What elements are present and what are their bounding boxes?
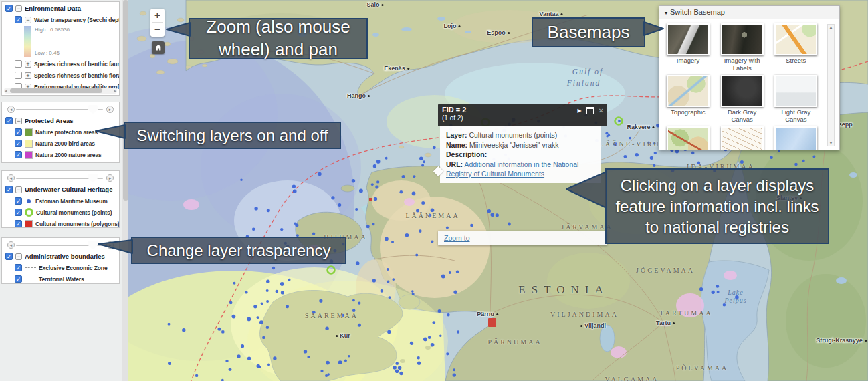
basemap-thumbnail[interactable]: [774, 75, 817, 107]
slider-left-arrow-icon[interactable]: ◂: [7, 241, 15, 249]
slider-left-arrow-icon[interactable]: ◂: [7, 106, 15, 113]
zoom-out-button[interactable]: −: [150, 23, 165, 36]
scrollbar-thumb[interactable]: [10, 88, 102, 93]
expander-icon[interactable]: −: [15, 253, 22, 260]
layer-checkbox[interactable]: ✓: [15, 140, 22, 147]
sidebar-scrollbar[interactable]: [122, 0, 128, 381]
expander-icon[interactable]: +: [25, 61, 31, 68]
basemap-item-imagery-with-labels[interactable]: Imagery with Labels: [720, 23, 764, 72]
panel-title: Enironmental Data: [25, 5, 81, 12]
layer-checkbox[interactable]: [15, 60, 22, 68]
home-button[interactable]: [152, 41, 165, 54]
layer-row: ✓Cultural monuments (polygons): [15, 219, 119, 228]
basemap-thumbnail[interactable]: [774, 23, 817, 55]
slider-left-arrow-icon[interactable]: ◂: [7, 174, 15, 182]
panel-title-row: ✓−Protected Areas: [5, 116, 119, 126]
basemap-item-light-gray-canvas[interactable]: Light Gray Canvas: [774, 75, 818, 123]
layer-panel: ◂▸✓−Underwater Cultural Heritage✓Estonia…: [1, 170, 120, 228]
basemap-gallery-title: Switch Basemap: [670, 8, 725, 16]
slider-thumb[interactable]: [88, 105, 98, 114]
scroll-right-icon[interactable]: ▸: [114, 88, 116, 94]
popup-field: Layer: Cultural monuments (points): [446, 130, 594, 140]
scroll-down-icon[interactable]: ▼: [828, 141, 834, 145]
layer-row: ✓Territorial Waters: [15, 274, 119, 284]
basemap-item-dark-gray-canvas[interactable]: Dark Gray Canvas: [720, 75, 764, 123]
layer-label: Cultural monuments (points): [36, 209, 112, 216]
close-icon[interactable]: ✕: [599, 108, 604, 114]
callout-switch-layers: Switching layers on and off: [124, 122, 341, 149]
expander-icon[interactable]: −: [15, 186, 22, 193]
slider-thumb[interactable]: [88, 174, 98, 182]
popup-footer: Zoom to: [438, 231, 607, 245]
expander-icon[interactable]: −: [15, 5, 22, 12]
layer-row: +Species richness of benthic fauna: [15, 59, 119, 69]
layer-checkbox[interactable]: ✓: [15, 264, 22, 271]
panel-title-row: ✓−Administrative boundaries: [5, 251, 119, 261]
callout-basemaps: Basemaps: [532, 17, 645, 47]
slider-right-arrow-icon[interactable]: ▸: [106, 174, 114, 182]
panel-title: Administrative boundaries: [25, 253, 105, 260]
expander-icon[interactable]: −: [15, 118, 22, 124]
layer-checkbox[interactable]: ✓: [15, 197, 22, 205]
basemap-thumbnail[interactable]: [721, 23, 764, 55]
scroll-up-icon[interactable]: ▲: [828, 25, 834, 29]
layer-checkbox[interactable]: ✓: [15, 151, 22, 158]
basemap-thumbnail[interactable]: [721, 75, 764, 107]
expander-icon[interactable]: +: [25, 72, 31, 79]
registry-link[interactable]: Additional information in the National R…: [446, 160, 578, 178]
popup-pager: (1 of 2): [442, 114, 603, 122]
basemap-gallery-header[interactable]: ▾Switch Basemap: [659, 6, 839, 19]
popup-field: Name: Miiniveeskja "Jenissei" vrakk: [446, 140, 594, 150]
zoom-to-link[interactable]: Zoom to: [444, 234, 470, 242]
transparency-slider[interactable]: ◂▸: [7, 173, 114, 183]
layer-checkbox[interactable]: ✓: [5, 5, 13, 12]
basemap-thumbnail[interactable]: [667, 23, 710, 55]
layer-row: ✓Estonian Maritime Museum: [15, 196, 119, 206]
layer-checkbox[interactable]: ✓: [15, 16, 22, 23]
maximize-icon[interactable]: [586, 107, 594, 114]
basemap-label: Topographic: [666, 109, 710, 116]
layer-row: ✓Natura 2000 nature areas: [15, 150, 119, 160]
layer-checkbox[interactable]: ✓: [15, 128, 22, 136]
basemap-item-imagery[interactable]: Imagery: [666, 23, 710, 72]
legend-high-value: High : 6.58536: [35, 27, 70, 33]
layer-panel: ✓−Enironmental Data✓−Water transparency …: [1, 1, 120, 96]
gallery-scrollbar[interactable]: ▲ ▼: [827, 24, 835, 146]
basemap-item-topographic[interactable]: Topographic: [666, 75, 710, 123]
next-feature-icon[interactable]: ▶: [577, 108, 581, 114]
transparency-slider[interactable]: ◂▸: [7, 240, 114, 250]
basemap-item[interactable]: [666, 126, 710, 150]
slider-thumb[interactable]: [88, 241, 98, 249]
scroll-left-icon[interactable]: ◂: [5, 88, 7, 94]
layer-checkbox[interactable]: ✓: [5, 186, 13, 193]
layer-row: ✓Natura 2000 bird areas: [15, 138, 119, 148]
layer-panel: ◂▸✓−Administrative boundaries✓Exclusive …: [1, 237, 120, 284]
layer-panel: ◂▸✓−Protected Areas✓Nature protection ar…: [1, 102, 120, 163]
layer-checkbox[interactable]: ✓: [15, 220, 22, 227]
basemap-item[interactable]: [720, 126, 764, 150]
slider-right-arrow-icon[interactable]: ▸: [106, 241, 114, 249]
layer-checkbox[interactable]: ✓: [5, 117, 13, 124]
transparency-slider[interactable]: ◂▸: [7, 104, 114, 114]
basemap-thumbnail[interactable]: [667, 75, 710, 107]
basemap-label: Imagery with Labels: [720, 57, 764, 72]
layer-checkbox[interactable]: [15, 72, 22, 79]
legend-gradient: [24, 26, 31, 57]
layer-label: Cultural monuments (polygons): [35, 221, 120, 227]
zoom-in-button[interactable]: +: [150, 9, 165, 22]
slider-right-arrow-icon[interactable]: ▸: [106, 106, 114, 113]
basemap-thumbnail[interactable]: [721, 126, 764, 150]
basemap-item-streets[interactable]: Streets: [774, 23, 818, 72]
popup-header[interactable]: FID = 2 (1 of 2) ▶ ✕: [438, 104, 607, 126]
expander-icon[interactable]: −: [25, 17, 31, 23]
basemap-thumbnail[interactable]: [667, 126, 710, 150]
layer-checkbox[interactable]: ✓: [15, 275, 22, 283]
layer-checkbox[interactable]: ✓: [5, 253, 13, 260]
basemap-item[interactable]: [774, 126, 818, 150]
panel-horizontal-scrollbar[interactable]: ◂▸: [4, 88, 117, 94]
chevron-down-icon: ▾: [665, 10, 667, 16]
basemap-thumbnail[interactable]: [774, 126, 817, 150]
popup-field-value: Cultural monuments (points): [469, 131, 557, 139]
layer-checkbox[interactable]: ✓: [15, 209, 22, 216]
sidebar-scrollbar-thumb[interactable]: [123, 0, 128, 201]
